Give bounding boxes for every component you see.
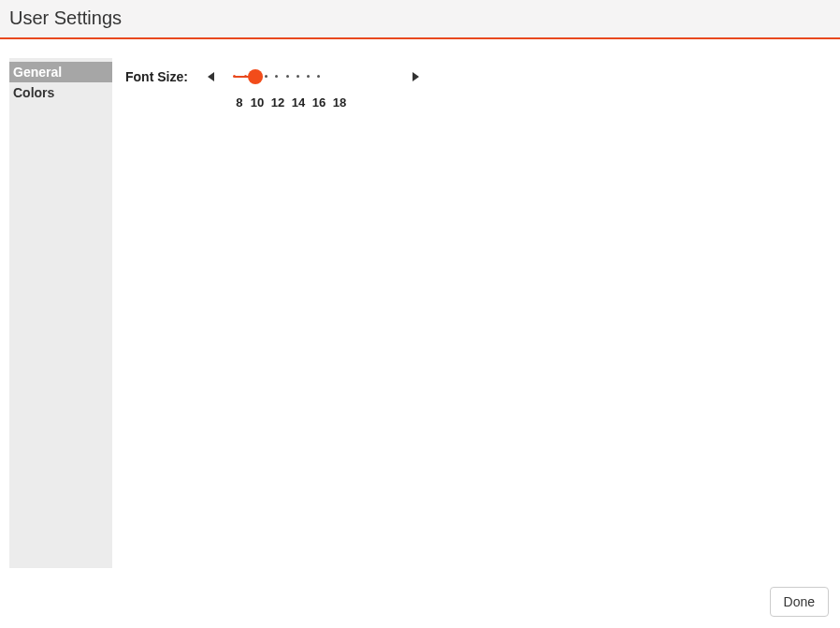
- dialog-body: General Colors Font Size: 81012141618: [0, 39, 840, 568]
- dialog-footer: Done: [770, 587, 829, 617]
- font-size-label: Font Size:: [125, 67, 188, 84]
- increase-font-button[interactable]: [409, 67, 422, 86]
- font-size-slider[interactable]: [235, 67, 319, 86]
- slider-tick: [265, 75, 268, 78]
- slider-tick-label: 12: [270, 95, 285, 110]
- sidebar-item-colors[interactable]: Colors: [9, 82, 112, 103]
- slider-tick-label: 8: [235, 95, 244, 110]
- settings-sidebar: General Colors: [9, 58, 112, 568]
- font-size-row: Font Size: 81012141618: [125, 67, 840, 110]
- slider-tick: [307, 75, 310, 78]
- settings-content: Font Size: 81012141618: [112, 58, 840, 110]
- slider-tick-label: 10: [250, 95, 265, 110]
- dialog-title: User Settings: [9, 7, 831, 29]
- slider-tick: [286, 75, 289, 78]
- slider-tick: [275, 75, 278, 78]
- svg-marker-1: [413, 72, 419, 81]
- slider-tick: [244, 75, 247, 78]
- dialog-header: User Settings: [0, 0, 840, 39]
- svg-marker-0: [208, 72, 214, 81]
- done-button[interactable]: Done: [770, 587, 829, 617]
- slider-tick: [317, 75, 320, 78]
- slider-thumb[interactable]: [248, 69, 263, 84]
- slider-tick-label: 14: [291, 95, 306, 110]
- slider-tick: [297, 75, 299, 78]
- slider-tick-labels: 81012141618: [235, 95, 347, 110]
- font-size-slider-block: 81012141618: [235, 67, 347, 110]
- caret-right-icon: [412, 72, 419, 81]
- caret-left-icon: [208, 72, 215, 81]
- slider-tick-label: 16: [311, 95, 326, 110]
- slider-tick-label: 18: [332, 95, 347, 110]
- decrease-font-button[interactable]: [205, 67, 218, 86]
- sidebar-item-general[interactable]: General: [9, 62, 112, 82]
